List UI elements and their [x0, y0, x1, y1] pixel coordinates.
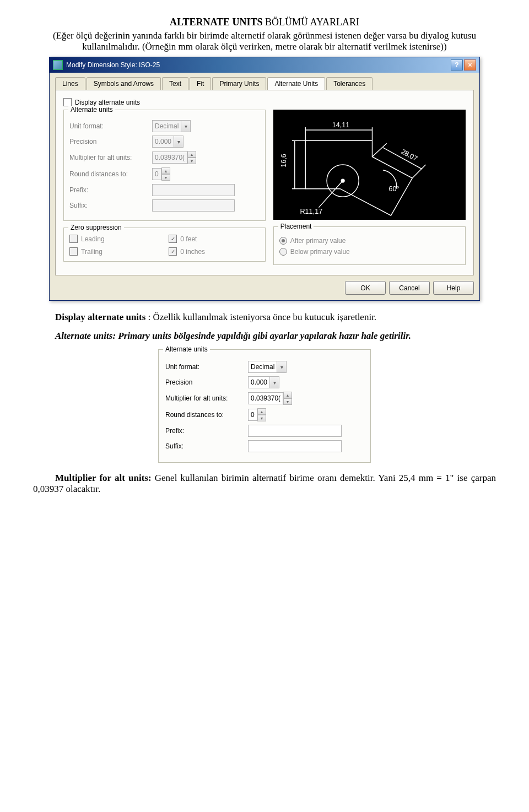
round-label: Round distances to:	[165, 411, 248, 419]
prefix-label: Prefix:	[165, 427, 248, 435]
term-colon: :	[145, 312, 153, 322]
heading-bold: ALTERNATE UNITS	[170, 17, 263, 28]
round-input[interactable]: 0	[248, 409, 257, 421]
leading-checkbox[interactable]	[69, 235, 78, 243]
tab-label: Lines	[62, 80, 78, 88]
feet-checkbox[interactable]: ✓	[169, 235, 177, 243]
spin-down-icon[interactable]: ▾	[161, 174, 170, 181]
spin-up-icon[interactable]: ▴	[187, 151, 196, 158]
chevron-down-icon[interactable]: ▾	[270, 376, 279, 388]
placement-below-radio[interactable]	[279, 248, 287, 256]
placement-after-radio[interactable]	[279, 237, 287, 245]
help-icon[interactable]: ?	[451, 59, 463, 71]
tab-fit[interactable]: Fit	[190, 77, 211, 90]
multiplier-label: Multiplier for alt units:	[69, 154, 152, 161]
term-bold: Multiplier for alt units:	[55, 473, 152, 483]
term-italic: Alternate units: Primary units bölgesind…	[55, 331, 411, 341]
group-legend: Zero suppression	[68, 224, 124, 231]
tab-label: Symbols and Arrows	[94, 80, 154, 88]
tab-symbols[interactable]: Symbols and Arrows	[87, 77, 161, 90]
zero-suppression-group: Zero suppression Leading ✓0 feet Trailin…	[63, 228, 266, 262]
tab-text[interactable]: Text	[162, 77, 188, 90]
window-title: Modify Dimension Style: ISO-25	[66, 61, 160, 69]
spin-down-icon[interactable]: ▾	[257, 415, 266, 421]
spin-up-icon[interactable]: ▴	[257, 408, 266, 415]
multiplier-input[interactable]: 0.039370(	[248, 392, 283, 404]
help-button[interactable]: Help	[433, 281, 474, 295]
multiplier-label: Multiplier for alt units:	[165, 394, 248, 402]
unit-format-label: Unit format:	[69, 122, 152, 130]
chevron-down-icon[interactable]: ▾	[277, 361, 287, 373]
feet-label: 0 feet	[180, 235, 197, 243]
inches-label: 0 inches	[180, 248, 205, 256]
tab-tolerances[interactable]: Tolerances	[326, 77, 373, 90]
heading-rest: BÖLÜMÜ AYARLARI	[263, 17, 359, 28]
tab-primary-units[interactable]: Primary Units	[212, 77, 266, 90]
button-label: Cancel	[399, 284, 419, 292]
tab-label: Tolerances	[333, 80, 365, 88]
page-description: (Eğer ölçü değerinin yanında farklı bir …	[44, 30, 485, 52]
suffix-input[interactable]	[248, 440, 342, 452]
preview-panel: 14,11 16,6 28,07 60° R11,17	[273, 110, 466, 220]
alternate-units-group: Alternate units Unit format: Decimal ▾ P…	[63, 110, 266, 221]
dim-radius: R11,17	[300, 208, 322, 215]
placement-below-label: Below primary value	[290, 248, 350, 256]
prefix-input[interactable]	[152, 184, 235, 196]
ok-button[interactable]: OK	[345, 281, 386, 295]
trailing-label: Trailing	[81, 248, 102, 256]
prefix-input[interactable]	[248, 425, 342, 437]
dim-left: 16,6	[280, 154, 288, 167]
precision-combo[interactable]: 0.000	[152, 136, 174, 148]
chevron-down-icon[interactable]: ▾	[181, 120, 191, 132]
unit-format-label: Unit format:	[165, 363, 248, 371]
round-label: Round distances to:	[69, 170, 152, 178]
mini-alternate-units-group: Alternate units Unit format: Decimal ▾ P…	[158, 349, 371, 463]
dim-diag: 28,07	[400, 148, 418, 163]
titlebar: Modify Dimension Style: ISO-25 ? ×	[50, 57, 479, 73]
leading-label: Leading	[81, 235, 105, 243]
chevron-down-icon[interactable]: ▾	[174, 136, 183, 148]
tab-strip: Lines Symbols and Arrows Text Fit Primar…	[55, 77, 474, 90]
group-legend: Placement	[278, 223, 314, 230]
preview-drawing: 14,11 16,6 28,07 60° R11,17	[273, 110, 466, 220]
suffix-label: Suffix:	[165, 442, 248, 450]
svg-line-9	[372, 143, 386, 156]
group-legend: Alternate units	[163, 345, 210, 353]
spin-down-icon[interactable]: ▾	[283, 398, 292, 405]
term-text: Özellik kullanılmak isteniyorsa önce bu …	[153, 312, 377, 322]
tab-label: Fit	[197, 80, 204, 88]
round-input[interactable]: 0	[152, 168, 161, 180]
display-alt-units-label: Display alternate units	[75, 99, 140, 106]
unit-format-combo[interactable]: Decimal	[152, 120, 181, 132]
button-label: OK	[360, 284, 370, 292]
prefix-label: Prefix:	[69, 186, 152, 194]
dim-angle: 60°	[388, 186, 399, 193]
multiplier-input[interactable]: 0.039370(	[152, 151, 187, 164]
svg-line-11	[319, 181, 343, 208]
unit-format-combo[interactable]: Decimal	[248, 361, 277, 373]
spin-up-icon[interactable]: ▴	[161, 167, 170, 174]
page-heading: ALTERNATE UNITS BÖLÜMÜ AYARLARI	[33, 17, 496, 28]
precision-combo[interactable]: 0.000	[248, 376, 270, 388]
tab-panel: Display alternate units Alternate units …	[55, 90, 474, 275]
spin-down-icon[interactable]: ▾	[187, 158, 196, 164]
trailing-checkbox[interactable]	[69, 247, 78, 256]
display-alt-units-checkbox[interactable]	[63, 98, 72, 106]
tab-lines[interactable]: Lines	[55, 77, 85, 90]
paragraph-1: Display alternate units : Özellik kullan…	[33, 312, 496, 323]
spin-up-icon[interactable]: ▴	[283, 392, 292, 398]
svg-line-10	[412, 165, 425, 178]
precision-label: Precision	[165, 378, 248, 386]
term-bold: Display alternate units	[55, 312, 145, 322]
inches-checkbox[interactable]: ✓	[169, 247, 177, 256]
cancel-button[interactable]: Cancel	[389, 281, 430, 295]
dialog-window: Modify Dimension Style: ISO-25 ? × Lines…	[49, 57, 480, 301]
tab-alternate-units[interactable]: Alternate Units	[267, 77, 325, 90]
close-icon[interactable]: ×	[464, 59, 476, 71]
placement-group: Placement After primary value Below prim…	[273, 226, 466, 265]
tab-label: Text	[169, 80, 181, 88]
suffix-input[interactable]	[152, 199, 235, 212]
dim-top: 14,11	[332, 121, 349, 129]
paragraph-3: Multiplier for alt units: Genel kullanıl…	[33, 473, 496, 495]
app-icon	[53, 60, 63, 70]
